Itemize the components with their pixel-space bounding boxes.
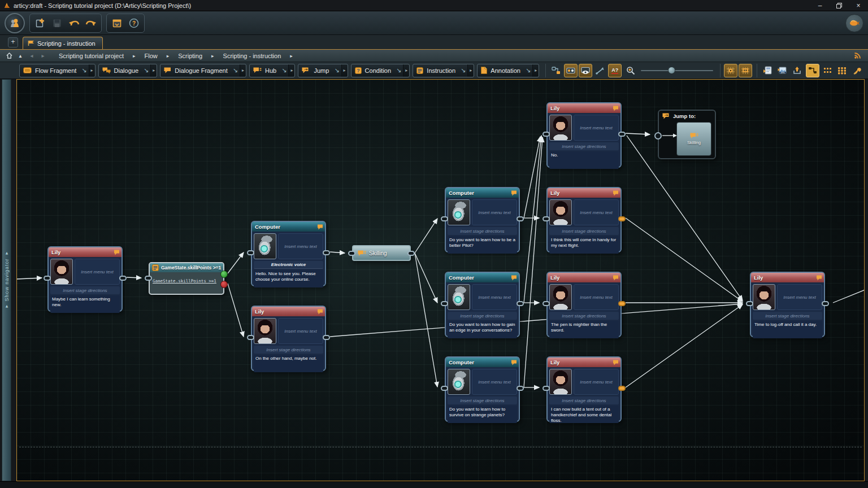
menu-text-placeholder[interactable]: Insert menu text — [574, 199, 619, 225]
stage-directions-placeholder[interactable]: Insert stage directions — [448, 396, 517, 404]
drag-handle-icon[interactable]: ↘ — [332, 67, 341, 74]
dropdown-caret-icon[interactable]: ▸ — [532, 64, 539, 77]
menu-text-placeholder[interactable]: Insert menu text — [574, 115, 619, 141]
drag-handle-icon[interactable]: ↘ — [280, 67, 288, 74]
dropdown-caret-icon[interactable]: ▸ — [467, 64, 474, 77]
condition-script[interactable]: GameState.skillPoints >=1 — [153, 278, 216, 284]
output-pin[interactable] — [618, 386, 626, 391]
drag-handle-icon[interactable]: ↘ — [231, 67, 240, 74]
breadcrumb-item-scripting[interactable]: Scripting — [176, 53, 205, 59]
stage-directions-placeholder[interactable]: Insert stage directions — [549, 227, 619, 235]
export-word-button[interactable] — [761, 64, 774, 77]
close-button[interactable]: × — [849, 0, 868, 11]
output-pin[interactable] — [517, 301, 524, 306]
up-level-button[interactable]: ▴ — [15, 51, 26, 61]
package-button[interactable] — [108, 15, 125, 31]
palette-button-instruction[interactable]: Instruction↘▸ — [413, 64, 474, 77]
dialogue-fragment-node-lily-learn[interactable]: LilyInsert menu textInsert stage directi… — [47, 246, 123, 312]
input-pin[interactable] — [542, 132, 550, 137]
dialogue-text[interactable]: Do you want to learn how to gain an edge… — [448, 321, 517, 338]
input-pin[interactable] — [542, 301, 550, 306]
menu-text-placeholder[interactable]: Insert menu text — [574, 369, 619, 395]
undo-button[interactable] — [66, 15, 83, 31]
zoom-slider[interactable] — [641, 70, 713, 71]
feed-icon[interactable] — [854, 52, 861, 59]
back-button[interactable]: ◂ — [26, 51, 37, 61]
input-pin[interactable] — [542, 386, 550, 391]
dialogue-text[interactable]: I can now build a tent out of a handkerc… — [549, 406, 619, 423]
dialogue-text[interactable]: Do you want to learn how to be a better … — [448, 236, 517, 254]
stage-directions-placeholder[interactable]: Insert stage directions — [549, 312, 619, 320]
dropdown-caret-icon[interactable]: ▸ — [240, 64, 246, 77]
jump-target-box[interactable]: Skilling — [676, 122, 711, 156]
dropdown-caret-icon[interactable]: ▸ — [403, 64, 409, 77]
palette-button-hub[interactable]: Hub↘▸ — [249, 64, 295, 77]
menu-text-placeholder[interactable]: Insert menu text — [278, 233, 323, 259]
minimize-button[interactable]: – — [810, 0, 830, 11]
drag-handle-icon[interactable]: ↘ — [394, 67, 403, 74]
output-pin[interactable] — [618, 216, 626, 221]
dialogue-fragment-node-lily-no[interactable]: LilyInsert menu textInsert stage directi… — [546, 102, 622, 168]
dialogue-text[interactable]: On the other hand, maybe not. — [254, 355, 323, 372]
import-button[interactable] — [790, 64, 804, 77]
dialogue-text[interactable]: No. — [549, 151, 619, 169]
menu-text-placeholder[interactable]: Insert menu text — [574, 284, 619, 310]
stage-directions-placeholder[interactable]: Insert stage directions — [448, 312, 517, 320]
output-pin[interactable] — [407, 251, 415, 256]
false-output-pin[interactable] — [220, 281, 228, 288]
dialogue-text[interactable]: I think this will come in handy for my n… — [549, 236, 619, 254]
dialogue-text[interactable]: Do you want to learn how to survive on s… — [448, 406, 517, 423]
dialogue-text[interactable]: Hello. Nice to see you. Please choose yo… — [254, 270, 323, 287]
stage-directions-placeholder[interactable]: Insert stage directions — [448, 227, 517, 235]
zoom-slider-thumb[interactable] — [668, 67, 675, 74]
output-pin[interactable] — [517, 386, 524, 391]
input-pin[interactable] — [247, 335, 254, 340]
flow-view-button[interactable] — [806, 64, 819, 77]
stage-directions-placeholder[interactable]: Insert stage directions — [753, 312, 822, 320]
menu-text-placeholder[interactable]: Insert menu text — [777, 284, 822, 310]
show-navigator-bar[interactable]: ▾ Show navigator ▾ — [2, 79, 11, 481]
output-pin[interactable] — [822, 301, 829, 306]
menu-text-placeholder[interactable]: Insert menu text — [75, 259, 120, 285]
dialogue-text[interactable]: Time to log-off and call it a day. — [753, 321, 822, 338]
breadcrumb-item-flow[interactable]: Flow — [142, 53, 159, 59]
dialogue-fragment-node-lily-flight[interactable]: LilyInsert menu textInsert stage directi… — [546, 187, 622, 252]
new-tab-button[interactable]: + — [8, 37, 18, 47]
palette-button-dialogue-fragment[interactable]: Dialogue Fragment↘▸ — [160, 64, 246, 77]
input-pin[interactable] — [746, 301, 753, 306]
true-output-pin[interactable] — [220, 271, 228, 278]
redo-button[interactable] — [83, 15, 99, 31]
breadcrumb-item-scripting-tutorial-project[interactable]: Scripting tutorial project — [57, 53, 126, 59]
dialogue-fragment-node-lily-tent[interactable]: LilyInsert menu textInsert stage directi… — [546, 356, 622, 422]
palette-button-jump[interactable]: Jump↘▸ — [298, 64, 348, 77]
input-pin[interactable] — [44, 276, 51, 281]
input-pin[interactable] — [542, 216, 550, 221]
input-pin[interactable] — [441, 301, 448, 306]
stage-directions[interactable]: Electronic voice — [254, 261, 323, 269]
output-pin[interactable] — [517, 216, 524, 221]
input-pin[interactable] — [348, 251, 355, 256]
export-xps-button[interactable]: XPS — [775, 64, 789, 77]
stage-directions-placeholder[interactable]: Insert stage directions — [50, 286, 120, 294]
dialogue-fragment-node-computer-conversations[interactable]: ComputerInsert menu textInsert stage dir… — [445, 272, 520, 337]
forward-button[interactable]: ▸ — [37, 51, 49, 61]
dropdown-caret-icon[interactable]: ▸ — [150, 64, 157, 77]
flow-canvas[interactable]: LilyInsert menu textInsert stage directi… — [16, 79, 865, 481]
menu-text-placeholder[interactable]: Insert menu text — [472, 369, 517, 395]
output-pin[interactable] — [618, 132, 626, 137]
dialogue-fragment-node-computer-planets[interactable]: ComputerInsert menu textInsert stage dir… — [445, 356, 520, 422]
input-pin[interactable] — [654, 132, 662, 140]
stage-directions-placeholder[interactable]: Insert stage directions — [549, 142, 619, 150]
restore-button[interactable] — [830, 0, 849, 11]
grid-medium-button[interactable] — [821, 64, 834, 77]
dropdown-caret-icon[interactable]: ▸ — [288, 64, 294, 77]
drag-handle-icon[interactable]: ↘ — [459, 67, 467, 74]
drag-handle-icon[interactable]: ↘ — [142, 67, 150, 74]
palette-button-dialogue[interactable]: Dialogue↘▸ — [98, 64, 158, 77]
dialogue-text[interactable]: Maybe I can learn something new. — [50, 295, 120, 313]
output-pin[interactable] — [323, 335, 330, 340]
output-pin[interactable] — [119, 276, 127, 281]
dialogue-fragment-node-lily-pen[interactable]: LilyInsert menu textInsert stage directi… — [546, 272, 622, 337]
drag-handle-icon[interactable]: ↘ — [80, 67, 88, 74]
input-pin[interactable] — [247, 250, 254, 255]
